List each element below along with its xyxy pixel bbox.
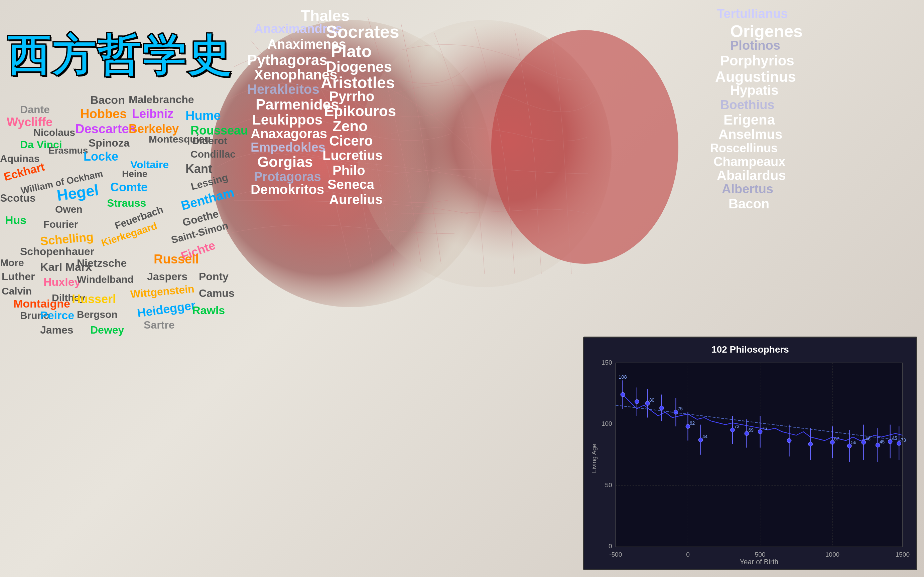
svg-text:73: 73 xyxy=(734,424,740,429)
left-philosopher-leibniz: Leibniz xyxy=(132,107,173,121)
left-philosopher-descartes: Descartes xyxy=(75,122,136,136)
brain-philosopher-cicero: Cicero xyxy=(329,133,373,149)
brain-philosopher-leukippos: Leukippos xyxy=(252,112,323,128)
left-name-cloud: DanteWycliffeNicolausDa VinciErasmusAqui… xyxy=(0,93,261,494)
left-philosopher-locke: Locke xyxy=(84,150,118,164)
svg-text:56: 56 xyxy=(851,440,856,445)
brain-philosopher-empedokles: Empedokles xyxy=(250,140,325,155)
left-philosopher-calvin: Calvin xyxy=(2,285,32,297)
brain-philosopher-seneca: Seneca xyxy=(328,177,374,192)
left-philosopher-spinoza: Spinoza xyxy=(89,137,130,149)
left-philosopher-wittgenstein: Wittgenstein xyxy=(130,283,195,301)
left-philosopher-peirce: Peirce xyxy=(40,309,74,322)
left-philosopher-huxley: Huxley xyxy=(44,276,81,288)
brain-philosopher-zeno: Zeno xyxy=(333,118,368,135)
chart-svg: 150 100 50 0 -500 0 500 1000 1500 Living… xyxy=(591,358,909,565)
chart-container: 102 Philosophers 150 100 50 xyxy=(583,337,917,570)
svg-point-34 xyxy=(660,406,664,410)
left-philosopher-hume: Hume xyxy=(186,108,221,123)
svg-text:80: 80 xyxy=(649,398,655,403)
brain-philosopher-gorgias: Gorgias xyxy=(257,153,313,170)
brain-philosopher-anaxagoras: Anaxagoras xyxy=(250,126,327,141)
left-philosopher-malebranche: Malebranche xyxy=(129,93,194,106)
left-philosopher-comte: Comte xyxy=(110,180,148,194)
svg-text:108: 108 xyxy=(619,374,627,380)
left-philosopher-nicolaus: Nicolaus xyxy=(34,127,75,138)
svg-text:500: 500 xyxy=(755,551,766,558)
left-philosopher-sartre: Sartre xyxy=(144,319,175,331)
svg-text:44: 44 xyxy=(703,434,708,439)
left-philosopher-nietzsche: Nietzsche xyxy=(77,257,127,269)
svg-text:100: 100 xyxy=(601,420,612,427)
left-philosopher-luther: Luther xyxy=(2,271,35,283)
right-philosopher-bacon: Bacon xyxy=(729,196,769,211)
svg-rect-4 xyxy=(615,363,903,546)
left-philosopher-rawls: Rawls xyxy=(192,304,225,317)
right-philosopher-erigena: Erigena xyxy=(724,112,775,128)
svg-text:50: 50 xyxy=(605,482,612,488)
brain-philosopher-aurelius: Aurelius xyxy=(329,192,383,207)
svg-text:45: 45 xyxy=(880,440,885,445)
right-philosopher-plotinos: Plotinos xyxy=(730,39,780,53)
svg-text:Year of Birth: Year of Birth xyxy=(740,558,779,565)
left-philosopher-bacon: Bacon xyxy=(90,93,125,106)
left-philosopher-windelband: Windelband xyxy=(77,274,134,285)
left-philosopher-bergson: Bergson xyxy=(77,309,118,320)
left-philosopher-owen: Owen xyxy=(55,204,82,215)
left-philosopher-hus: Hus xyxy=(5,214,26,227)
svg-text:69: 69 xyxy=(749,428,754,433)
right-philosopher-boethius: Boethius xyxy=(720,98,775,112)
svg-text:75: 75 xyxy=(678,406,683,411)
svg-text:62: 62 xyxy=(690,421,695,426)
right-philosopher-abailardus: Abailardus xyxy=(717,168,786,183)
svg-text:0: 0 xyxy=(609,543,612,550)
svg-text:150: 150 xyxy=(601,359,612,366)
brain-philosopher-socrates: Socrates xyxy=(326,22,399,42)
chart-inner: 150 100 50 0 -500 0 500 1000 1500 Living… xyxy=(591,358,909,565)
right-name-cloud: TertullianusOrigenesPlotinosPorphyriosAu… xyxy=(690,0,924,327)
left-philosopher-dewey: Dewey xyxy=(90,324,124,336)
left-philosopher-more: More xyxy=(0,257,24,269)
svg-text:Living Age: Living Age xyxy=(591,443,598,473)
svg-point-54 xyxy=(787,438,792,443)
svg-point-26 xyxy=(620,392,625,397)
left-philosopher-kant: Kant xyxy=(186,162,212,176)
svg-text:1500: 1500 xyxy=(896,551,909,558)
right-philosopher-porphyrios: Porphyrios xyxy=(720,53,794,69)
svg-text:67: 67 xyxy=(834,437,839,442)
chart-title: 102 Philosophers xyxy=(591,344,909,355)
svg-text:-500: -500 xyxy=(609,551,622,558)
right-philosopher-champeaux: Champeaux xyxy=(714,155,785,169)
left-philosopher-james: James xyxy=(40,324,74,336)
left-philosopher-husserl: Husserl xyxy=(72,292,116,306)
left-philosopher-scotus: Scotus xyxy=(0,192,36,205)
left-philosopher-erasmus: Erasmus xyxy=(48,145,88,156)
right-philosopher-roscellinus: Roscellinus xyxy=(710,141,778,155)
left-philosopher-fourier: Fourier xyxy=(44,219,78,230)
svg-text:73: 73 xyxy=(901,438,906,443)
left-philosopher-heidegger: Heidegger xyxy=(136,298,197,320)
page-title: 西方哲学史 xyxy=(7,27,232,85)
left-philosopher-dante: Dante xyxy=(20,103,50,116)
brain-philosopher-philo: Philo xyxy=(333,163,365,178)
left-philosopher-ponty: Ponty xyxy=(199,271,229,283)
right-philosopher-tertullianus: Tertullianus xyxy=(717,7,788,21)
left-philosopher-voltaire: Voltaire xyxy=(130,159,169,171)
brain-philosopher-demokritos: Demokritos xyxy=(250,182,324,197)
left-philosopher-schopenhauer: Schopenhauer xyxy=(20,245,94,258)
brain-philosopher-diogenes: Diogenes xyxy=(326,58,392,75)
brain-philosopher-epikouros: Epikouros xyxy=(324,103,396,119)
left-philosopher-jaspers: Jaspers xyxy=(147,271,187,283)
svg-text:46: 46 xyxy=(866,437,871,442)
svg-text:0: 0 xyxy=(686,551,690,558)
brain-philosopher-lucretius: Lucretius xyxy=(323,148,383,163)
brain-name-cloud: ThalesAnaximandrosAnaximenesPythagorasXe… xyxy=(227,0,695,327)
brain-philosopher-pyrrho: Pyrrho xyxy=(329,89,374,105)
right-philosopher-albertus: Albertus xyxy=(722,182,773,196)
right-philosopher-hypatis: Hypatis xyxy=(730,83,779,98)
svg-point-56 xyxy=(808,442,813,446)
svg-text:1000: 1000 xyxy=(825,551,840,558)
svg-text:76: 76 xyxy=(762,426,767,431)
left-philosopher-strauss: Strauss xyxy=(107,197,146,210)
left-philosopher-hobbes: Hobbes xyxy=(80,107,127,121)
